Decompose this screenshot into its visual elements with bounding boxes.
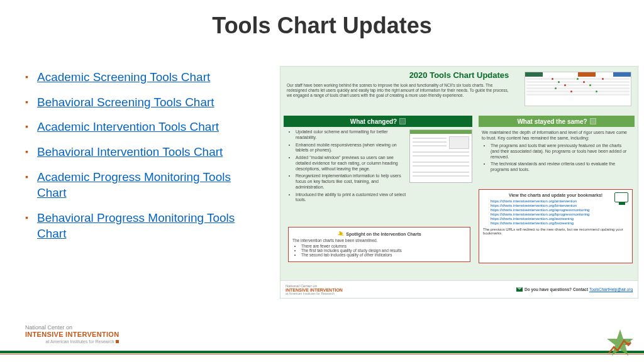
contact-line: Do you have questions? Contact ToolsChar… <box>516 287 633 292</box>
chart-thumbnail <box>525 72 631 106</box>
changed-item: Reorganized implementation information t… <box>296 173 408 190</box>
link-behavioral-screening[interactable]: Behavioral Screening Tools Chart <box>37 94 214 111</box>
square-icon <box>116 340 119 343</box>
bullet-icon: ▪ <box>25 94 28 109</box>
bullet-icon: ▪ <box>25 119 28 134</box>
flashlight-icon <box>336 230 345 238</box>
document-icon <box>399 118 406 124</box>
link-behavioral-progress-monitoring[interactable]: Behavioral Progress Monitoring Tools Cha… <box>37 210 258 242</box>
chart-url-link[interactable]: https://charts.intensiveintervention.org… <box>491 217 628 221</box>
changed-item: Updated color scheme and formatting for … <box>296 129 408 141</box>
spotlight-item: The first tab includes quality of study … <box>301 248 466 253</box>
tools-chart-links-list: ▪Academic Screening Tools Chart ▪Behavio… <box>25 69 258 251</box>
spotlight-title: Spotlight on the Intervention Charts <box>346 232 421 236</box>
link-academic-progress-monitoring[interactable]: Academic Progress Monitoring Tools Chart <box>37 169 258 201</box>
changed-item: Added "modal window" previews so users c… <box>296 155 408 172</box>
view-charts-box: View the charts and update your bookmark… <box>479 189 633 263</box>
chart-url-link[interactable]: https://charts.intensiveintervention.org… <box>491 199 628 203</box>
link-behavioral-intervention[interactable]: Behavioral Intervention Tools Chart <box>37 144 223 160</box>
spotlight-intro: The intervention charts have been stream… <box>292 238 466 243</box>
footer-stripe <box>0 351 644 353</box>
chart-url-link[interactable]: https://charts.intensiveintervention.org… <box>491 204 628 207</box>
checklist-icon <box>590 118 596 124</box>
bullet-icon: ▪ <box>25 169 28 184</box>
spotlight-box: Spotlight on the Intervention Charts The… <box>288 227 470 262</box>
tools-chart-updates-graphic: 2020 Tools Chart Updates Our staff have … <box>280 66 638 299</box>
ncii-footer-logo: National Center on INTENSIVE INTERVENTIO… <box>25 324 119 344</box>
bullet-icon: ▪ <box>25 144 28 159</box>
view-note: The previous URLs will redirect to the n… <box>483 228 628 235</box>
chart-url-link[interactable]: https://charts.intensiveintervention.org… <box>491 221 628 225</box>
changed-item: Enhanced mobile responsiveness (when vie… <box>296 143 408 154</box>
view-charts-title: View the charts and update your bookmark… <box>483 193 628 197</box>
same-item: The technical standards and review crite… <box>491 162 630 173</box>
ncii-logo-small: National Center on INTENSIVE INTERVENTIO… <box>286 284 343 295</box>
modal-preview-thumbnail <box>409 129 472 183</box>
slide-title: Tools Chart Updates <box>0 13 644 39</box>
same-intro-text: We maintained the depth of information a… <box>482 129 630 141</box>
contact-email-link[interactable]: ToolsChartHelp@air.org <box>589 287 633 292</box>
what-changed-list: Updated color scheme and formatting for … <box>288 129 408 205</box>
changed-item: Introduced the ability to print a custom… <box>296 192 408 204</box>
spotlight-item: There are fewer columns <box>301 244 466 248</box>
bullet-icon: ▪ <box>25 210 28 225</box>
same-item: The programs and tools that were previou… <box>491 143 630 160</box>
bullet-icon: ▪ <box>25 69 28 84</box>
link-academic-screening[interactable]: Academic Screening Tools Chart <box>37 69 210 85</box>
ncii-star-logo-icon <box>605 328 635 358</box>
envelope-icon <box>516 287 523 292</box>
what-stayed-same-list: We maintained the depth of information a… <box>482 129 630 175</box>
graphic-footer: National Center on INTENSIVE INTERVENTIO… <box>280 280 638 298</box>
chart-url-link[interactable]: https://charts.intensiveintervention.org… <box>491 212 628 216</box>
what-changed-header: What changed? <box>284 116 472 127</box>
computer-icon <box>614 192 628 202</box>
graphic-intro-text: Our staff have been working behind the s… <box>287 83 513 98</box>
link-academic-intervention[interactable]: Academic Intervention Tools Chart <box>37 119 219 135</box>
what-stayed-same-header: What stayed the same? <box>479 116 635 127</box>
chart-url-link[interactable]: https://charts.intensiveintervention.org… <box>491 208 628 212</box>
spotlight-item: The second tab includes quality of other… <box>301 253 466 257</box>
